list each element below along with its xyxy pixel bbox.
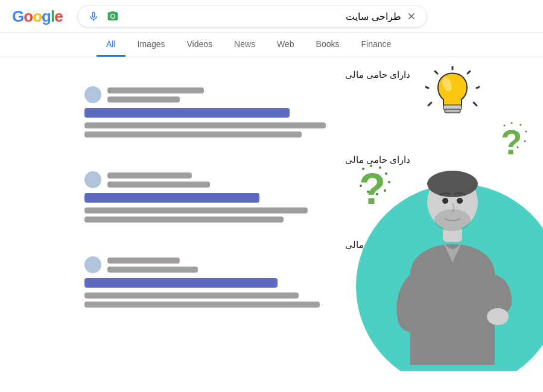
desc-bar-1a	[84, 122, 326, 128]
search-input[interactable]	[124, 11, 401, 22]
meta-line-2b	[107, 182, 210, 188]
svg-line-11	[477, 87, 480, 88]
svg-point-29	[511, 122, 513, 124]
svg-point-21	[385, 172, 387, 175]
tab-news[interactable]: News	[224, 33, 265, 57]
svg-point-6	[434, 209, 471, 231]
meta-line-3a	[107, 258, 180, 264]
svg-line-9	[468, 71, 470, 74]
svg-text:?: ?	[359, 165, 386, 211]
svg-point-5	[457, 198, 463, 204]
camera-icon[interactable]	[107, 10, 119, 22]
title-bar-2[interactable]	[84, 193, 259, 203]
tab-videos[interactable]: Videos	[177, 33, 222, 57]
desc-bar-3b	[84, 302, 320, 308]
svg-point-25	[367, 191, 369, 193]
meta-lines-1	[107, 87, 204, 103]
desc-bar-1b	[84, 131, 302, 138]
svg-point-26	[360, 185, 362, 187]
tab-books[interactable]: Books	[306, 33, 349, 57]
site-icon-3	[84, 256, 101, 273]
meta-lines-2	[107, 172, 210, 188]
tab-images[interactable]: Images	[128, 33, 175, 57]
tab-finance[interactable]: Finance	[352, 33, 401, 57]
svg-point-32	[524, 141, 526, 142]
svg-point-22	[388, 181, 390, 183]
meta-lines-3	[107, 258, 198, 273]
tab-web[interactable]: Web	[267, 33, 304, 57]
tab-all[interactable]: All	[97, 33, 125, 57]
meta-line-2a	[107, 172, 192, 179]
svg-point-19	[370, 165, 372, 167]
desc-bar-2a	[84, 207, 308, 213]
svg-line-12	[428, 103, 431, 106]
title-bar-1[interactable]	[84, 108, 290, 118]
svg-line-13	[474, 103, 477, 106]
mic-icon[interactable]	[87, 10, 100, 22]
site-icon-2	[84, 171, 101, 188]
lightbulb-icon	[425, 66, 480, 127]
svg-point-31	[526, 131, 527, 133]
main-content: دارای حامی مالی دارای حامی مالی	[0, 57, 543, 337]
desc-bar-2b	[84, 217, 284, 223]
svg-point-24	[376, 193, 378, 195]
search-right-icons	[87, 10, 119, 22]
svg-point-23	[384, 189, 386, 192]
svg-text:?: ?	[501, 122, 522, 160]
header: Google	[0, 0, 543, 33]
svg-line-10	[425, 87, 428, 88]
illustration-area: ? ?	[314, 57, 543, 371]
svg-line-8	[435, 71, 437, 74]
nav-tabs: All Images Videos News Web Books Finance	[0, 33, 543, 57]
desc-bar-3a	[84, 292, 299, 299]
meta-line-1b	[107, 96, 180, 103]
search-bar[interactable]	[77, 5, 427, 28]
site-icon-1	[84, 86, 101, 103]
svg-point-1	[427, 171, 478, 197]
svg-point-30	[520, 124, 522, 126]
svg-point-33	[517, 147, 519, 148]
svg-point-3	[487, 308, 509, 325]
clear-icon[interactable]	[406, 11, 417, 22]
question-mark-right-icon: ?	[500, 121, 530, 160]
svg-point-18	[362, 168, 364, 170]
svg-rect-15	[445, 109, 460, 113]
title-bar-3[interactable]	[84, 278, 278, 288]
meta-line-1a	[107, 87, 204, 93]
svg-point-4	[442, 198, 448, 204]
meta-line-3b	[107, 267, 198, 273]
svg-point-20	[379, 166, 381, 169]
google-logo[interactable]: Google	[12, 7, 63, 26]
question-mark-left-icon: ?	[356, 163, 395, 211]
svg-point-28	[504, 125, 506, 127]
